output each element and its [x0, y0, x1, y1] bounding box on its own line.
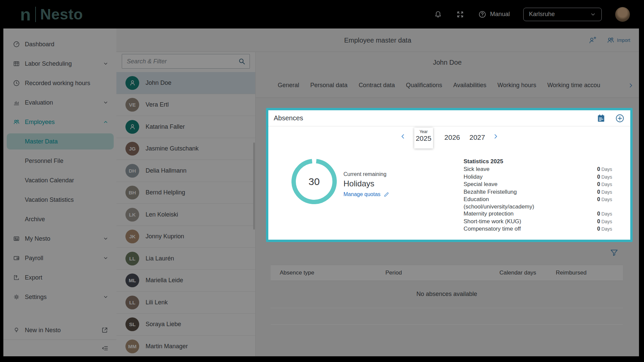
employee-name: Soraya Liebe [146, 321, 181, 328]
sidebar-item-dashboard[interactable]: Dashboard [3, 35, 116, 54]
list-item-employee[interactable]: LL Lili Lenk [116, 292, 255, 314]
next-year-icon[interactable] [492, 133, 499, 140]
stat-row: Special leave 0Days [464, 181, 612, 188]
wallet-icon [13, 254, 20, 262]
table-divider [271, 308, 623, 308]
sidebar-subitem-personnel-file[interactable]: Personnel File [3, 151, 116, 171]
location-value: Karlsruhe [529, 11, 555, 18]
top-bar: n Nesto Manual [0, 0, 644, 28]
stat-row: Education (school/university/academy) 0D… [464, 196, 612, 210]
person-icon [128, 123, 137, 131]
search-input[interactable] [122, 54, 250, 69]
stat-value: 0Days [597, 225, 612, 233]
nesto-logo[interactable]: n Nesto [20, 0, 83, 28]
sidebar-item-settings[interactable]: Settings [3, 287, 116, 307]
app-window: n Nesto Manual [0, 0, 644, 362]
sidebar-item-my-nesto[interactable]: My Nesto [3, 229, 116, 248]
sidebar-item-label: Evaluation [25, 99, 103, 106]
list-item-employee[interactable]: JG Jasmine Gutschank [116, 138, 255, 160]
list-item-employee[interactable]: VE Vera Ertl [116, 94, 255, 116]
pencil-icon[interactable] [383, 191, 389, 197]
avatar: DH [125, 164, 139, 178]
avatar: LK [125, 208, 139, 222]
user-avatar[interactable] [615, 7, 630, 22]
sidebar-subitem-master-data[interactable]: Master Data [7, 133, 114, 149]
filter-funnel-icon[interactable] [609, 248, 619, 257]
question-circle-icon [478, 10, 487, 19]
absences-title: Absences [274, 114, 596, 122]
sidebar-item-payroll[interactable]: Payroll [3, 248, 116, 268]
import-button[interactable]: Import [606, 36, 630, 45]
notifications-bell-icon[interactable] [434, 10, 442, 19]
collapse-sidebar-icon[interactable] [101, 344, 109, 352]
year-option[interactable]: 2027 [470, 133, 485, 148]
sidebar-item-labor-scheduling[interactable]: Labor Scheduling [3, 54, 116, 73]
column-absence-type: Absence type [271, 269, 376, 276]
add-absence-icon[interactable] [615, 113, 625, 123]
list-item-employee[interactable]: BH Bernd Helpling [116, 182, 255, 204]
year-selector: Year 2025 2026 2027 [268, 126, 630, 148]
sidebar-item-recorded-working-hours[interactable]: Recorded working hours [3, 73, 116, 93]
employee-name: Lili Lenk [146, 299, 168, 306]
statistics-block: Statistics 2025 Sick leave 0Days Holiday… [464, 158, 612, 233]
employee-list-panel: John Doe VE Vera Ertl Katarina Faller JG… [116, 52, 256, 356]
sidebar-subitem-label: Master Data [25, 138, 58, 145]
add-employee-button[interactable] [588, 36, 597, 45]
avatar: BH [125, 186, 139, 199]
remaining-holidays-value: 30 [291, 159, 337, 204]
topbar-actions: Manual Karlsruhe [434, 0, 630, 28]
tab-working-time-account[interactable]: Working time accou [547, 82, 600, 89]
avatar: JG [125, 142, 139, 156]
new-in-nesto-link[interactable]: New in Nesto [3, 321, 116, 340]
search-icon[interactable] [238, 57, 246, 65]
person-plus-icon [588, 36, 597, 45]
list-item-employee[interactable]: DH Delia Hallmann [116, 160, 255, 182]
column-reimbursed: Reimbursed [547, 269, 623, 276]
sidebar-item-export[interactable]: Export [3, 268, 116, 287]
avatar: VE [125, 98, 139, 112]
main-content: Employee master data Import [116, 28, 639, 356]
tab-personal-data[interactable]: Personal data [310, 82, 347, 89]
fullscreen-expand-icon[interactable] [456, 10, 465, 19]
list-item-employee[interactable]: ML Mariella Leide [116, 270, 255, 292]
tab-availabilities[interactable]: Availabilities [453, 82, 486, 89]
year-option[interactable]: 2026 [444, 133, 460, 148]
employee-name: Vera Ertl [146, 101, 169, 108]
year-value: 2025 [416, 134, 432, 142]
page-header-actions: Import [588, 28, 630, 52]
tabs-scroll-right-icon[interactable] [628, 82, 634, 89]
previous-year-icon[interactable] [399, 133, 406, 140]
list-item-employee[interactable]: LK Len Koleiski [116, 204, 255, 226]
absence-calendar-icon[interactable] [596, 113, 606, 123]
tab-qualifications[interactable]: Qualifications [406, 82, 442, 89]
tab-contract-data[interactable]: Contract data [359, 82, 395, 89]
sidebar-subitem-archive[interactable]: Archive [3, 209, 116, 229]
list-item-employee[interactable]: Katarina Faller [116, 116, 255, 138]
location-select[interactable]: Karlsruhe [523, 8, 602, 21]
main-body: John Doe VE Vera Ertl Katarina Faller JG… [116, 52, 639, 356]
tab-working-hours[interactable]: Working hours [497, 82, 536, 89]
list-item-employee[interactable]: John Doe [116, 72, 255, 94]
sidebar-subitem-vacation-statistics[interactable]: Vacation Statistics [3, 190, 116, 209]
sidebar-item-employees[interactable]: Employees [3, 112, 116, 132]
list-item-employee[interactable]: SL Soraya Liebe [116, 314, 255, 336]
manage-quotas-link[interactable]: Manage quotas [343, 191, 380, 197]
list-scrollbar[interactable] [253, 142, 255, 230]
list-item-employee[interactable]: JK Jonny Kuprion [116, 226, 255, 248]
bar-chart-icon [13, 99, 20, 106]
list-item-employee[interactable]: MM Martin Manager [116, 336, 255, 356]
chevron-down-icon [103, 294, 108, 300]
sidebar-item-label: Employees [25, 119, 103, 126]
manual-help-button[interactable]: Manual [478, 10, 510, 19]
stat-value: 0Days [597, 173, 612, 181]
people-icon [13, 118, 20, 126]
sidebar-subitem-vacation-calendar[interactable]: Vacation Calendar [3, 171, 116, 190]
sidebar-item-evaluation[interactable]: Evaluation [3, 93, 116, 112]
year-caption: Year [416, 129, 432, 134]
chevron-down-icon [103, 236, 108, 241]
tab-general[interactable]: General [278, 82, 299, 89]
employee-name: Mariella Leide [146, 277, 183, 284]
list-item-employee[interactable]: LL Lia Laurén [116, 248, 255, 270]
stat-value: 0Days [597, 181, 612, 188]
selected-year[interactable]: Year 2025 [414, 128, 433, 148]
